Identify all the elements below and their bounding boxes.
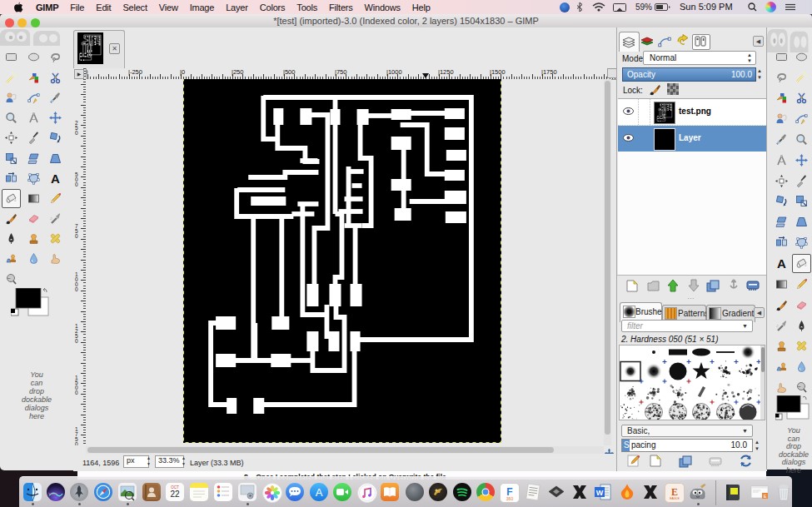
- svg-text:A: A: [315, 486, 322, 499]
- svg-text:E: E: [671, 486, 678, 498]
- svg-text:E: E: [764, 494, 767, 499]
- svg-text:W: W: [596, 489, 604, 497]
- svg-text:EAGLE: EAGLE: [670, 497, 680, 500]
- svg-text:22: 22: [170, 490, 180, 499]
- svg-text:360: 360: [506, 496, 514, 501]
